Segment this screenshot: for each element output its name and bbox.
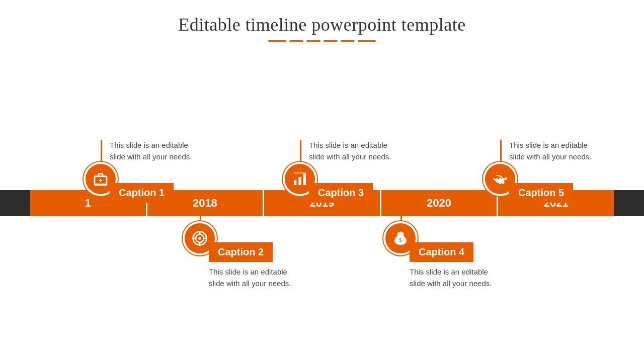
desc-text-3: This slide is an editable slide with all… xyxy=(309,141,391,161)
caption-label-3: Caption 3 xyxy=(309,183,373,203)
year-2020: 2020 xyxy=(380,190,497,216)
caption-label-2: Caption 2 xyxy=(209,242,273,262)
caption-text-2: Caption 2 xyxy=(218,246,264,257)
desc-3: This slide is an editable slide with all… xyxy=(309,140,394,162)
desc-2: This slide is an editable slide with all… xyxy=(209,266,294,289)
desc-1: This slide is an editable slide with all… xyxy=(110,140,195,162)
caption-text-4: Caption 4 xyxy=(419,246,464,257)
underline-dash xyxy=(268,40,286,42)
svg-rect-5 xyxy=(303,173,306,185)
svg-point-2 xyxy=(198,237,201,239)
timeline-area: 1 2018 2019 2020 2021 Caption xyxy=(0,65,644,362)
year-label-2020: 2020 xyxy=(427,197,451,210)
underline-dash xyxy=(324,40,338,42)
chart-icon xyxy=(292,171,308,187)
handshake-icon xyxy=(492,171,508,187)
briefcase-icon xyxy=(93,171,109,187)
desc-text-5: This slide is an editable slide with all… xyxy=(509,141,591,161)
desc-text-1: This slide is an editable slide with all… xyxy=(110,141,192,161)
desc-text-2: This slide is an editable slide with all… xyxy=(209,267,291,288)
caption-label-1: Caption 1 xyxy=(110,183,174,203)
money-icon: $ xyxy=(392,230,409,246)
caption-text-3: Caption 3 xyxy=(318,187,364,198)
underline-dash xyxy=(306,40,320,42)
svg-rect-4 xyxy=(298,177,301,185)
desc-text-4: This slide is an editable slide with all… xyxy=(410,267,492,288)
caption-label-5: Caption 5 xyxy=(509,183,573,203)
caption-text-1: Caption 1 xyxy=(119,187,165,198)
desc-4: This slide is an editable slide with all… xyxy=(410,266,495,289)
title-underline xyxy=(0,40,644,42)
bar-end-right xyxy=(614,190,644,216)
underline-dash xyxy=(341,40,355,42)
target-icon xyxy=(192,230,208,246)
desc-5: This slide is an editable slide with all… xyxy=(509,140,595,162)
underline-dash xyxy=(358,40,376,42)
svg-text:$: $ xyxy=(399,237,402,243)
main-title: Editable timeline powerpoint template xyxy=(0,14,644,35)
caption-label-4: Caption 4 xyxy=(410,242,473,262)
slide: Editable timeline powerpoint template 1 … xyxy=(0,0,644,362)
svg-rect-3 xyxy=(294,180,296,185)
year-label-2018: 2018 xyxy=(193,197,217,210)
title-section: Editable timeline powerpoint template xyxy=(0,0,644,42)
underline-dash xyxy=(289,40,303,42)
bar-end-left xyxy=(0,190,30,216)
caption-text-5: Caption 5 xyxy=(518,187,564,198)
